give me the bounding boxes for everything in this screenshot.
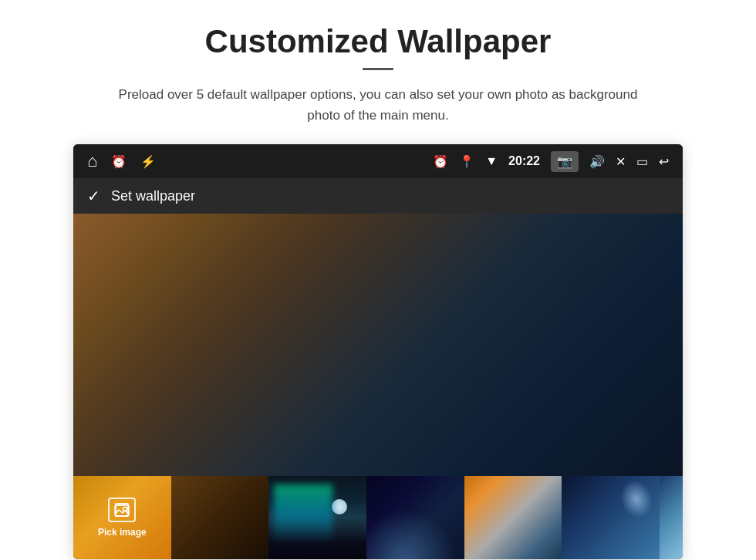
android-screen: ⌂ ⏰ ⚡ ⏰ 📍 ▼ 20:22 📷 🔊 ✕ ▭ ↩ ✓ Set wallpa [73, 144, 683, 559]
volume-icon[interactable]: 🔊 [589, 154, 605, 169]
app-bar: ✓ Set wallpaper [73, 178, 683, 214]
page-subtitle: Preload over 5 default wallpaper options… [119, 84, 638, 126]
thumbnail-row: Pick image [73, 476, 683, 559]
camera-icon: 📷 [557, 154, 572, 169]
window-icon[interactable]: ▭ [636, 154, 648, 169]
back-icon[interactable]: ↩ [659, 154, 669, 169]
status-right: ⏰ 📍 ▼ 20:22 📷 🔊 ✕ ▭ ↩ [433, 151, 669, 172]
wallpaper-thumb-3[interactable] [366, 476, 464, 559]
close-icon[interactable]: ✕ [616, 154, 626, 169]
location-icon: 📍 [459, 154, 474, 169]
alarm-icon: ⏰ [111, 154, 127, 169]
status-bar: ⌂ ⏰ ⚡ ⏰ 📍 ▼ 20:22 📷 🔊 ✕ ▭ ↩ [73, 144, 683, 178]
page-title: Customized Wallpaper [205, 23, 552, 60]
wallpaper-thumb-1[interactable] [171, 476, 269, 559]
wallpaper-preview [73, 214, 683, 476]
svg-point-1 [123, 508, 127, 511]
pick-image-label: Pick image [98, 527, 147, 538]
check-icon[interactable]: ✓ [87, 187, 100, 205]
home-icon[interactable]: ⌂ [87, 151, 97, 171]
pick-image-icon [108, 498, 136, 522]
wallpaper-thumb-4[interactable] [464, 476, 562, 559]
pick-image-thumb[interactable]: Pick image [73, 476, 171, 559]
clock-icon: ⏰ [433, 154, 448, 169]
aurora-effect [274, 484, 332, 543]
page-container: Customized Wallpaper Preload over 5 defa… [0, 0, 756, 560]
svg-rect-0 [115, 505, 129, 516]
title-divider [363, 68, 393, 70]
app-bar-title: Set wallpaper [111, 188, 195, 204]
time-display: 20:22 [508, 154, 540, 168]
usb-icon: ⚡ [140, 154, 156, 169]
camera-icon-box: 📷 [551, 151, 579, 172]
wallpaper-thumb-5[interactable] [562, 476, 660, 559]
wallpaper-thumb-partial [660, 476, 683, 559]
wallpaper-thumb-2[interactable] [268, 476, 366, 559]
wifi-icon: ▼ [485, 154, 498, 168]
status-left: ⌂ ⏰ ⚡ [87, 151, 156, 171]
